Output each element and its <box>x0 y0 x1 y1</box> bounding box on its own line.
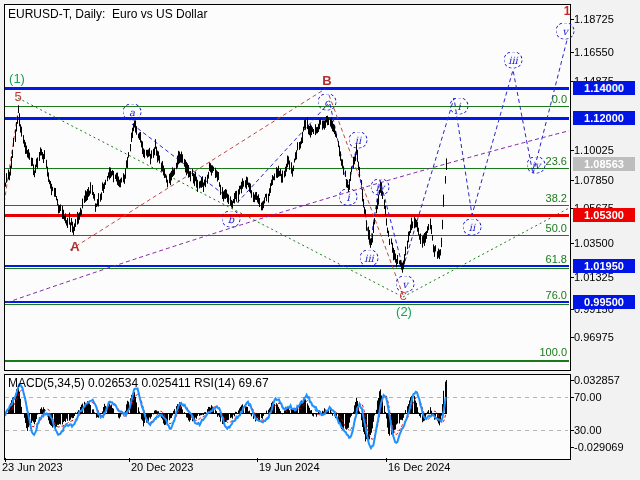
chart-canvas <box>0 0 640 480</box>
wave-circle-label: iv <box>527 157 546 174</box>
price-axis-label: 1.16550 <box>574 46 614 58</box>
fib-percent-label: 76.0 <box>546 289 567 301</box>
indicator-scale-tick <box>570 380 574 381</box>
price-axis-label: 1.03500 <box>574 237 614 249</box>
wave-circle-label: c <box>318 94 337 111</box>
price-badge: 1.12000 <box>573 111 635 125</box>
fib-percent-label: 38.2 <box>546 192 567 204</box>
price-axis-tick <box>570 337 574 338</box>
price-axis-tick <box>570 309 574 310</box>
price-axis-label: 1.07850 <box>574 174 614 186</box>
wave-circle-label: i <box>339 189 358 206</box>
wave-circle-label: a <box>123 104 142 121</box>
wave-circle-label: v <box>556 23 575 40</box>
fib-percent-label: 0.0 <box>552 93 567 105</box>
date-axis-tick <box>386 458 387 462</box>
indicator-scale-tick <box>570 397 574 398</box>
fib-percent-label: 50.0 <box>546 222 567 234</box>
wave-circle-label: i <box>450 98 469 115</box>
fib-percent-label: 61.8 <box>546 253 567 265</box>
price-badge: 1.14000 <box>573 81 635 95</box>
price-axis-tick <box>570 180 574 181</box>
price-axis-tick <box>570 19 574 20</box>
wave-circle-label: iii <box>504 52 523 69</box>
indicator-scale-tick <box>570 447 574 448</box>
wave-letter-label: C <box>399 291 406 302</box>
price-axis-label: 1.18725 <box>574 13 614 25</box>
wave-letter-label: 1 <box>564 4 571 18</box>
chart-title: EURUSD-T, Daily: Euro vs US Dollar <box>8 7 207 21</box>
price-badge: 0.99500 <box>573 295 635 309</box>
date-axis-tick <box>5 458 6 462</box>
date-label: 16 Dec 2024 <box>388 461 450 473</box>
wave-letter-label: 5 <box>14 89 21 104</box>
date-label: 20 Dec 2023 <box>131 461 193 473</box>
price-badge: 1.08563 <box>573 157 635 171</box>
price-axis-tick <box>570 150 574 151</box>
wave-circle-label: b <box>222 211 241 228</box>
wave-letter-label: (1) <box>9 71 25 86</box>
date-label: 23 Jun 2023 <box>2 461 63 473</box>
wave-letter-label: B <box>322 73 331 88</box>
chart-window: EURUSD-T, Daily: Euro vs US Dollar MACD(… <box>0 0 640 480</box>
indicator-scale-label: 70.00 <box>574 391 602 403</box>
price-badge: 1.05300 <box>573 208 635 222</box>
wave-circle-label: iv <box>371 179 390 196</box>
date-axis-tick <box>129 458 130 462</box>
wave-circle-label: ii <box>349 132 368 149</box>
fib-percent-label: 100.0 <box>539 346 567 358</box>
price-axis-tick <box>570 243 574 244</box>
indicator-scale-label: 0.032857 <box>574 374 620 386</box>
price-axis-label: 0.96975 <box>574 331 614 343</box>
indicator-scale-label: -0.029069 <box>574 441 624 453</box>
date-axis-tick <box>257 458 258 462</box>
price-axis-tick <box>570 52 574 53</box>
price-axis-label: 1.10025 <box>574 144 614 156</box>
price-badge: 1.01950 <box>573 259 635 273</box>
price-axis-tick <box>570 277 574 278</box>
macd-indicator-label: MACD(5,34,5) 0.026534 0.025411 RSI(14) 6… <box>8 376 269 390</box>
wave-circle-label: ii <box>463 219 482 236</box>
fib-percent-label: 23.6 <box>546 155 567 167</box>
wave-circle-label: iii <box>360 250 379 267</box>
wave-letter-label: (2) <box>396 304 412 319</box>
wave-letter-label: A <box>70 239 79 254</box>
date-label: 19 Jun 2024 <box>259 461 320 473</box>
indicator-scale-tick <box>570 430 574 431</box>
indicator-scale-label: 30.00 <box>574 424 602 436</box>
